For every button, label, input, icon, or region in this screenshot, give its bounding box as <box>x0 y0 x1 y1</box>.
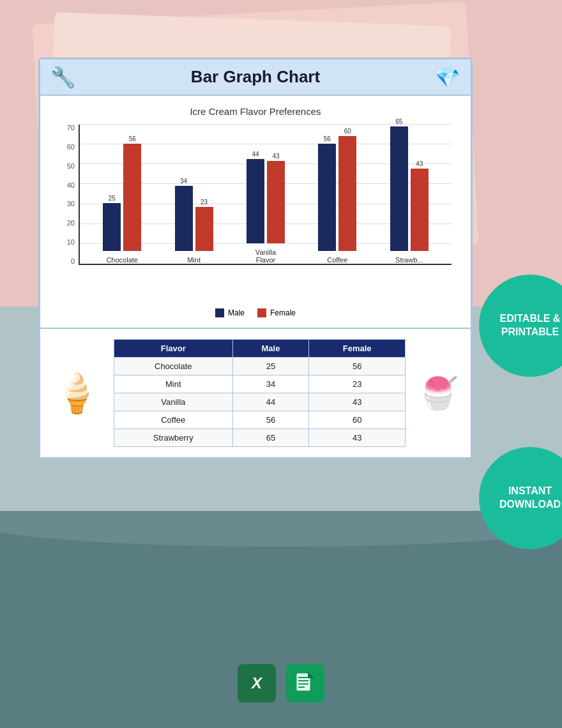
table-row: Strawberry 65 43 <box>114 429 406 447</box>
bar-label-mint: Mint <box>187 256 201 264</box>
bar-pair-coffee: 56 60 <box>318 128 356 251</box>
bar-value-vanilla-female: 43 <box>272 153 279 160</box>
bar-chocolate-male <box>103 203 121 251</box>
y-label-10: 10 <box>53 239 77 246</box>
bar-group-mint: 34 23 Mint <box>175 178 213 264</box>
bar-wrapper-chocolate-female: 56 <box>123 135 141 251</box>
svg-rect-4 <box>298 683 308 685</box>
bar-value-strawberry-male: 65 <box>395 118 402 125</box>
bar-label-chocolate: Chocolate <box>106 256 138 264</box>
excel-label: X <box>252 674 262 692</box>
table-cell-vanilla-female: 43 <box>309 393 406 411</box>
y-label-40: 40 <box>53 182 77 189</box>
table-cell-coffee-female: 60 <box>309 411 406 429</box>
bar-label-coffee: Coffee <box>327 256 347 264</box>
bar-chocolate-female <box>123 144 141 251</box>
bar-wrapper-strawberry-female: 43 <box>411 160 429 251</box>
table-cell-vanilla-male: 44 <box>232 393 309 411</box>
chart-legend: Male Female <box>53 308 458 317</box>
bar-value-coffee-male: 56 <box>324 135 331 142</box>
bar-strawberry-male <box>390 126 408 251</box>
table-row: Coffee 56 60 <box>114 411 406 429</box>
sheets-svg <box>294 672 317 695</box>
data-table: Flavor Male Female Chocolate 25 56 Mint … <box>114 339 406 447</box>
bar-value-mint-male: 34 <box>180 178 187 185</box>
bar-label-strawberry: Strawb... <box>395 256 423 264</box>
header-icon-left: 🔧 <box>50 65 76 89</box>
download-badge-text: INSTANTDOWNLOAD <box>499 485 561 512</box>
legend-female: Female <box>257 308 296 317</box>
svg-rect-3 <box>298 680 308 681</box>
bar-group-chocolate: 25 56 Chocolate <box>103 135 141 264</box>
table-cell-vanilla-name: Vanilla <box>114 393 233 411</box>
bar-wrapper-chocolate-male: 25 <box>103 195 121 251</box>
legend-female-label: Female <box>270 308 296 317</box>
sheets-icon <box>286 664 324 702</box>
bar-pair-chocolate: 25 56 <box>103 135 141 251</box>
table-cell-chocolate-female: 56 <box>309 358 406 375</box>
bar-value-mint-female: 23 <box>201 199 208 206</box>
table-cell-strawberry-female: 43 <box>309 429 406 447</box>
bar-value-chocolate-male: 25 <box>109 195 116 202</box>
legend-male-label: Male <box>228 308 245 317</box>
bar-vanilla-male <box>247 159 264 243</box>
bar-pair-mint: 34 23 <box>175 178 213 251</box>
bar-mint-female <box>195 207 213 251</box>
svg-rect-5 <box>298 686 305 688</box>
bar-wrapper-vanilla-male: 44 <box>247 151 264 243</box>
chart-container: 0 10 20 30 40 50 60 70 <box>53 125 458 303</box>
table-section: 🍦 Flavor Male Female Chocolate 25 56 Min… <box>40 329 471 457</box>
chart-area: 25 56 Chocolate <box>79 125 452 265</box>
table-header-flavor: Flavor <box>114 340 233 358</box>
legend-male: Male <box>215 308 245 317</box>
table-row: Chocolate 25 56 <box>114 358 406 375</box>
bar-wrapper-coffee-female: 60 <box>338 128 356 251</box>
y-label-70: 70 <box>53 125 77 132</box>
table-header-male: Male <box>232 340 309 358</box>
bottom-icons: X <box>238 664 324 702</box>
bar-wrapper-mint-male: 34 <box>175 178 193 251</box>
bar-strawberry-female <box>411 169 429 251</box>
ice-cream-icon-left: 🍦 <box>53 370 101 416</box>
excel-icon: X <box>238 664 276 702</box>
bar-group-vanilla: 44 43 VanillaFlavor <box>247 151 285 264</box>
bar-wrapper-coffee-male: 56 <box>318 135 336 251</box>
legend-female-color <box>257 308 266 317</box>
card-title: Bar Graph Chart <box>191 67 320 87</box>
table-cell-mint-female: 23 <box>309 375 406 393</box>
table-cell-chocolate-name: Chocolate <box>114 358 233 375</box>
bar-group-strawberry: 65 43 Strawb... <box>390 118 429 264</box>
y-label-50: 50 <box>53 163 77 170</box>
bar-mint-male <box>175 186 193 251</box>
table-cell-coffee-name: Coffee <box>114 411 233 429</box>
legend-male-color <box>215 308 224 317</box>
bar-wrapper-strawberry-male: 65 <box>390 118 408 251</box>
bar-value-vanilla-male: 44 <box>252 151 259 158</box>
ice-cream-icon-right: 🍧 <box>418 375 458 412</box>
bars-area: 25 56 Chocolate <box>80 125 452 264</box>
bar-pair-strawberry: 65 43 <box>390 118 429 251</box>
bar-label-vanilla: VanillaFlavor <box>255 248 276 264</box>
chart-section: Icre Cream Flavor Preferences 0 10 20 30… <box>40 96 471 329</box>
editable-badge-text: EDITABLE &PRINTABLE <box>500 312 561 339</box>
y-label-0: 0 <box>53 258 77 265</box>
y-axis-labels: 0 10 20 30 40 50 60 70 <box>53 125 77 265</box>
bar-wrapper-mint-female: 23 <box>195 199 213 251</box>
table-cell-mint-male: 34 <box>232 375 309 393</box>
y-label-30: 30 <box>53 201 77 208</box>
table-cell-mint-name: Mint <box>114 375 233 393</box>
bar-value-coffee-female: 60 <box>344 128 351 135</box>
main-card: 🔧 Bar Graph Chart 💎 Icre Cream Flavor Pr… <box>38 57 473 459</box>
table-cell-strawberry-name: Strawberry <box>114 429 233 447</box>
table-header-row: Flavor Male Female <box>114 340 406 358</box>
svg-rect-2 <box>298 677 308 678</box>
card-header: 🔧 Bar Graph Chart 💎 <box>40 59 471 96</box>
y-label-60: 60 <box>53 144 77 151</box>
y-label-20: 20 <box>53 220 77 227</box>
table-cell-coffee-male: 56 <box>232 411 309 429</box>
chart-title: Icre Cream Flavor Preferences <box>53 106 458 117</box>
table-cell-chocolate-male: 25 <box>232 358 309 375</box>
bar-coffee-male <box>318 144 336 251</box>
bar-value-strawberry-female: 43 <box>416 160 423 167</box>
table-row: Mint 34 23 <box>114 375 406 393</box>
